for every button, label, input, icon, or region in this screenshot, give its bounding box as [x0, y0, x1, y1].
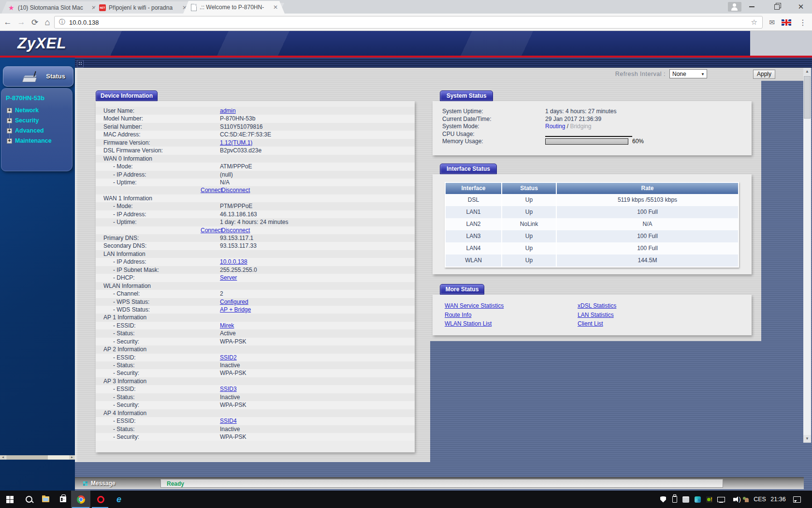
device-info-value-link[interactable]: SSID2: [220, 354, 237, 361]
device-info-value-link[interactable]: Mirek: [220, 322, 234, 329]
device-info-section-row: AP 4 Information: [96, 409, 415, 417]
sidebar-item-security[interactable]: +Security: [1, 116, 73, 126]
interface-table-row: LAN3Up100 Full: [446, 230, 738, 242]
device-info-value: Inactive: [220, 425, 240, 433]
sidebar-item-advanced[interactable]: +Advanced: [1, 126, 73, 136]
scroll-thumb[interactable]: [6, 455, 48, 460]
device-info-value-link[interactable]: SSID3: [220, 385, 237, 393]
device-info-value-link[interactable]: Configured: [220, 298, 248, 306]
expand-plus-icon[interactable]: +: [7, 138, 12, 144]
chrome-taskbar-button[interactable]: [71, 491, 90, 508]
content-scrollbar[interactable]: ▲ ▼: [803, 68, 811, 443]
status-tab[interactable]: Status: [3, 66, 73, 87]
opera-taskbar-button[interactable]: [91, 491, 110, 508]
file-explorer-button[interactable]: [36, 491, 55, 508]
apply-button[interactable]: Apply: [753, 70, 775, 79]
nvidia-tray-icon[interactable]: [703, 491, 715, 508]
device-info-row: - Status:Inactive: [96, 393, 415, 401]
network-tray-icon[interactable]: [714, 491, 728, 508]
expand-plus-icon[interactable]: +: [7, 128, 12, 134]
scroll-right-icon[interactable]: ►: [69, 455, 75, 460]
device-info-label: - DHCP:: [113, 274, 135, 282]
frame-grip-icon[interactable]: [77, 60, 84, 67]
more-status-link[interactable]: xDSL Statistics: [578, 302, 616, 309]
ie-taskbar-button[interactable]: e: [109, 491, 129, 508]
start-button[interactable]: [0, 491, 19, 508]
address-bar[interactable]: ⓘ 10.0.0.138 ☆: [54, 16, 763, 29]
sidebar-item-maintenance[interactable]: +Maintenance: [1, 136, 73, 147]
expand-plus-icon[interactable]: +: [7, 118, 12, 123]
nav-horizontal-scrollbar[interactable]: ◄ ►: [0, 455, 75, 460]
more-status-link[interactable]: Route Info: [445, 312, 504, 318]
defender-tray-icon[interactable]: [656, 491, 670, 508]
browser-tab[interactable]: ★(10) Slotomania Slot Mac✕: [1, 1, 103, 14]
device-info-label: - WDS Status:: [113, 306, 150, 314]
device-info-value: WPA-PSK: [220, 338, 246, 345]
more-status-link[interactable]: Client List: [578, 320, 616, 327]
reload-icon: ⟳: [31, 17, 38, 28]
mail-extension-icon[interactable]: ✉: [767, 17, 777, 28]
device-info-label: - WPS Status:: [113, 298, 149, 306]
browser-menu-button[interactable]: ⋮: [798, 17, 808, 28]
content-scroll-thumb[interactable]: [804, 76, 811, 119]
contacts-tray-icon[interactable]: [740, 491, 752, 508]
more-status-link[interactable]: LAN Statistics: [578, 312, 616, 318]
window-close-button[interactable]: ✕: [793, 0, 809, 14]
usb-tray-icon[interactable]: [669, 491, 681, 508]
volume-icon: [733, 498, 736, 501]
media-tray-icon[interactable]: [691, 491, 704, 508]
device-info-row: - ESSID:SSID4: [96, 417, 415, 425]
device-info-row: - Security:WPA-PSK: [96, 338, 415, 345]
device-info-label: - IP Address:: [113, 210, 146, 218]
interface-status-tab: Interface Status: [440, 164, 497, 174]
home-button[interactable]: ⌂: [42, 16, 53, 28]
disconnect-link[interactable]: Disconnect: [221, 226, 250, 234]
window-minimize-button[interactable]: [743, 0, 760, 14]
mode-routing-link[interactable]: Routing: [545, 123, 565, 130]
connect-link[interactable]: Connect: [201, 226, 222, 234]
restore-icon: [774, 4, 780, 10]
forward-button[interactable]: →: [15, 16, 27, 28]
more-status-link[interactable]: WAN Service Statistics: [445, 302, 504, 309]
more-status-link[interactable]: WLAN Station List: [445, 320, 504, 327]
translate-flag-extension-icon[interactable]: [781, 17, 792, 28]
connect-link[interactable]: Connect: [201, 186, 222, 194]
scroll-up-icon[interactable]: ▲: [803, 68, 811, 75]
device-info-value-link[interactable]: 1.12(TUM.1): [220, 139, 252, 147]
device-info-row: User Name:admin: [96, 107, 415, 115]
device-info-value-link[interactable]: 10.0.0.138: [220, 258, 247, 266]
window-restore-button[interactable]: [768, 0, 785, 14]
disconnect-link[interactable]: Disconnect: [221, 186, 250, 194]
reload-button[interactable]: ⟳: [29, 16, 41, 28]
hardware-tray-icon[interactable]: [680, 491, 692, 508]
refresh-interval-select[interactable]: None ▼: [669, 69, 707, 78]
scroll-left-icon[interactable]: ◄: [0, 455, 6, 460]
device-info-value: CC:5D:4E:7F:53:3E: [220, 131, 271, 138]
device-info-value: Active: [220, 329, 236, 337]
device-info-label: AP 1 Information: [103, 314, 146, 321]
device-info-value-link[interactable]: Server: [220, 274, 237, 282]
bookmark-star-icon[interactable]: ☆: [751, 18, 757, 27]
device-info-links-row: ConnectDisconnect: [96, 186, 415, 194]
action-center-button[interactable]: [790, 491, 804, 508]
back-button[interactable]: ←: [2, 16, 14, 28]
browser-tab[interactable]: .:: Welcome to P-870HN-✕: [183, 1, 285, 14]
interface-column-header: Rate: [557, 183, 738, 194]
sidebar-item-network[interactable]: +Network: [1, 106, 73, 116]
language-indicator[interactable]: CES: [752, 491, 768, 508]
page-info-icon[interactable]: ⓘ: [59, 18, 65, 27]
store-button[interactable]: [53, 491, 72, 508]
scroll-down-icon[interactable]: ▼: [803, 435, 811, 443]
mail-icon: ✉: [769, 18, 775, 26]
device-info-value-link[interactable]: admin: [220, 107, 236, 115]
profile-icon[interactable]: [728, 2, 741, 12]
device-info-value-link[interactable]: SSID4: [220, 417, 237, 425]
url-text[interactable]: 10.0.0.138: [69, 19, 751, 26]
expand-plus-icon[interactable]: +: [7, 108, 12, 113]
tab-close-icon[interactable]: ✕: [273, 4, 278, 10]
device-info-label: Serial Number:: [103, 123, 142, 131]
device-info-row: - ESSID:Mirek: [96, 322, 415, 329]
clock[interactable]: 21:36: [768, 491, 788, 508]
browser-tab[interactable]: NETPřipojení k wifi - poradna✕: [92, 1, 194, 14]
device-info-value-link[interactable]: AP + Bridge: [220, 306, 251, 314]
